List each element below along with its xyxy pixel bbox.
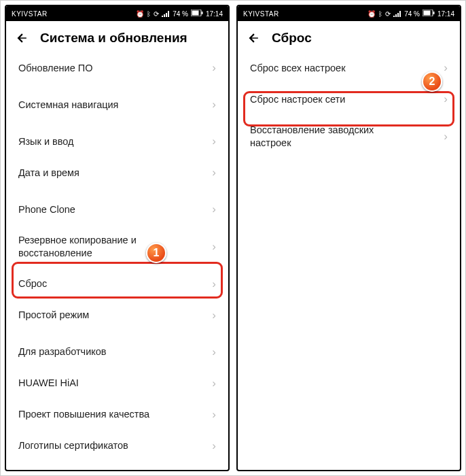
signal-icon <box>393 10 401 17</box>
chevron-right-icon: › <box>212 408 216 422</box>
chevron-right-icon: › <box>212 203 216 216</box>
svg-rect-1 <box>192 11 198 16</box>
phone-right: KYIVSTAR ⏰ ᛒ ⟳ 74 % 17:14 Сброс Сброс вс… <box>236 5 461 471</box>
status-icons: ⏰ ᛒ ⟳ 74 % 17:14 <box>368 10 454 18</box>
row-label: Проект повышения качества <box>18 408 149 421</box>
row-label: Восстановление заводских настроек <box>250 124 412 150</box>
page-title: Сброс <box>272 31 312 46</box>
row-factory-reset[interactable]: Восстановление заводских настроек › <box>238 115 460 158</box>
battery-text: 74 % <box>404 10 420 18</box>
chevron-right-icon: › <box>212 61 216 75</box>
row-label: Сброс настроек сети <box>250 93 345 106</box>
battery-text: 74 % <box>173 10 188 18</box>
alarm-icon: ⏰ <box>368 10 376 18</box>
chevron-right-icon: › <box>444 130 448 143</box>
svg-rect-2 <box>201 12 202 14</box>
bluetooth-icon: ᛒ <box>147 10 151 18</box>
chevron-right-icon: › <box>444 92 448 106</box>
chevron-right-icon: › <box>212 345 216 359</box>
row-label: HUAWEI HiAI <box>18 377 79 390</box>
chevron-right-icon: › <box>212 135 216 148</box>
rotate-icon: ⟳ <box>385 10 391 18</box>
row-label: Язык и ввод <box>18 135 74 148</box>
arrow-left-icon <box>16 31 29 45</box>
chevron-right-icon: › <box>212 166 216 180</box>
row-simple-mode[interactable]: Простой режим › <box>6 300 228 331</box>
page-title: Система и обновления <box>40 31 187 46</box>
reset-list: Сброс всех настроек › Сброс настроек сет… <box>238 52 460 470</box>
battery-icon <box>423 10 435 18</box>
row-label: Дата и время <box>18 167 79 180</box>
phone-left: KYIVSTAR ⏰ ᛒ ⟳ 74 % 17:14 Система и обно… <box>5 5 230 471</box>
time-label: 17:14 <box>437 10 454 18</box>
row-label: Простой режим <box>18 309 89 322</box>
time-label: 17:14 <box>206 10 223 18</box>
row-label: Phone Clone <box>18 203 75 216</box>
row-language-input[interactable]: Язык и ввод › <box>6 126 228 157</box>
chevron-right-icon: › <box>212 277 216 291</box>
row-cert-logos[interactable]: Логотипы сертификатов › <box>6 430 228 462</box>
carrier-label: KYIVSTAR <box>243 10 279 18</box>
row-date-time[interactable]: Дата и время › <box>6 157 228 188</box>
row-developer-options[interactable]: Для разработчиков › <box>6 337 228 368</box>
row-label: Обновление ПО <box>18 62 92 75</box>
row-label: Сброс всех настроек <box>250 62 346 75</box>
chevron-right-icon: › <box>444 61 448 75</box>
chevron-right-icon: › <box>212 377 216 390</box>
badge-1: 1 <box>146 243 166 263</box>
chevron-right-icon: › <box>212 98 216 112</box>
row-huawei-hiai[interactable]: HUAWEI HiAI › <box>6 368 228 399</box>
row-label: Логотипы сертификатов <box>18 439 128 452</box>
signal-icon <box>162 10 170 17</box>
row-phone-clone[interactable]: Phone Clone › <box>6 194 228 225</box>
row-software-update[interactable]: Обновление ПО › <box>6 52 228 84</box>
chevron-right-icon: › <box>212 439 216 453</box>
row-label: Для разработчиков <box>18 345 107 358</box>
bluetooth-icon: ᛒ <box>378 10 382 18</box>
badge-2: 2 <box>422 71 442 92</box>
settings-list: Обновление ПО › Системная навигация › Яз… <box>6 52 228 470</box>
alarm-icon: ⏰ <box>136 10 144 18</box>
chevron-right-icon: › <box>212 240 216 254</box>
chevron-right-icon: › <box>212 309 216 322</box>
row-reset[interactable]: Сброс › <box>6 269 228 300</box>
svg-rect-4 <box>423 11 430 16</box>
arrow-left-icon <box>247 31 261 45</box>
header: Система и обновления <box>6 21 228 52</box>
rotate-icon: ⟳ <box>154 10 159 18</box>
back-button[interactable] <box>247 31 261 45</box>
row-label: Системная навигация <box>18 99 118 112</box>
header: Сброс <box>238 21 460 52</box>
row-label: Сброс <box>18 277 47 290</box>
status-icons: ⏰ ᛒ ⟳ 74 % 17:14 <box>136 10 223 18</box>
row-system-navigation[interactable]: Системная навигация › <box>6 89 228 120</box>
back-button[interactable] <box>16 31 29 45</box>
row-backup-restore[interactable]: Резервное копирование и восстановление › <box>6 225 228 269</box>
status-bar: KYIVSTAR ⏰ ᛒ ⟳ 74 % 17:14 <box>6 6 228 21</box>
status-bar: KYIVSTAR ⏰ ᛒ ⟳ 74 % 17:14 <box>238 6 460 21</box>
svg-rect-5 <box>433 12 434 14</box>
row-quality-project[interactable]: Проект повышения качества › <box>6 399 228 430</box>
battery-icon <box>191 10 203 18</box>
carrier-label: KYIVSTAR <box>12 10 48 18</box>
